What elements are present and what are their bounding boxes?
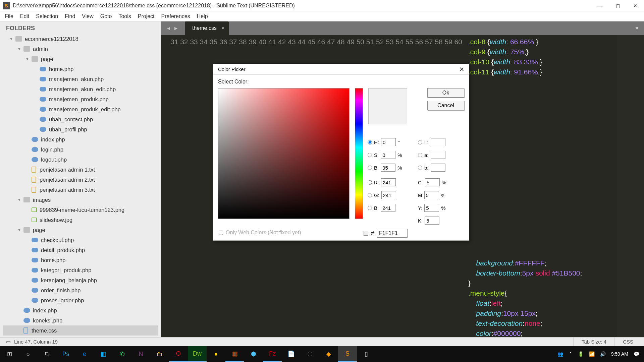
folder-page[interactable]: ▼page [3, 54, 158, 64]
minimap[interactable] [617, 35, 644, 337]
input-k[interactable] [425, 217, 439, 225]
file-999839-meme-lucu-tuman123-png[interactable]: 999839-meme-lucu-tuman123.png [3, 205, 158, 215]
file-home-php[interactable]: home.php [3, 255, 158, 265]
taskbar-edge[interactable]: e [75, 346, 94, 362]
radio-l[interactable] [418, 140, 422, 144]
input-s[interactable] [381, 151, 395, 159]
taskbar-app7[interactable]: ▯ [357, 346, 376, 362]
taskbar-whatsapp[interactable]: ✆ [113, 346, 131, 362]
file-manajemen-produk-php[interactable]: manajemen_produk.php [3, 94, 158, 104]
file-manajemen-produk-edit-php[interactable]: manajemen_produk_edit.php [3, 104, 158, 114]
taskbar-dreamweaver[interactable]: Dw [188, 346, 207, 362]
file-kategori-produk-php[interactable]: kategori_produk.php [3, 265, 158, 275]
input-b[interactable] [381, 204, 395, 212]
file-manajemen-akun-php[interactable]: manajemen_akun.php [3, 74, 158, 84]
radio-a[interactable] [418, 153, 422, 157]
menu-edit[interactable]: Edit [17, 12, 33, 21]
taskbar-app6[interactable]: ◆ [319, 346, 338, 362]
taskbar-sublime[interactable]: S [338, 346, 357, 362]
taskview-icon[interactable]: ⧉ [38, 346, 56, 362]
radio-lab-b[interactable] [418, 166, 422, 170]
input-r[interactable] [381, 178, 396, 186]
taskbar-photoshop[interactable]: Ps [56, 346, 75, 362]
menu-tools[interactable]: Tools [115, 12, 134, 21]
input-bv[interactable] [381, 164, 395, 172]
menu-view[interactable]: View [78, 12, 97, 21]
tab-dropdown-icon[interactable]: ▼ [630, 25, 644, 31]
tab-close-icon[interactable]: × [221, 25, 225, 32]
radio-bv[interactable] [368, 166, 372, 170]
tray-battery-icon[interactable]: 🔋 [575, 351, 586, 357]
taskbar-opera[interactable]: O [169, 346, 188, 362]
close-button[interactable]: ✕ [627, 0, 644, 11]
input-hex[interactable] [377, 229, 408, 238]
taskbar-onenote[interactable]: N [131, 346, 150, 362]
console-icon[interactable]: ▭ [3, 339, 14, 345]
status-position[interactable]: Line 47, Column 19 [14, 339, 58, 345]
folder-images[interactable]: ▼images [3, 195, 158, 205]
menu-find[interactable]: Find [61, 12, 78, 21]
menu-help[interactable]: Help [194, 12, 211, 21]
tray-notifications-icon[interactable]: 💬 [631, 351, 642, 357]
menu-project[interactable]: Project [135, 12, 158, 21]
menu-file[interactable]: File [1, 12, 17, 21]
input-h[interactable] [381, 138, 396, 146]
tab-theme-css[interactable]: theme.css × [185, 21, 229, 35]
menu-goto[interactable]: Goto [97, 12, 115, 21]
folder-ecommerce12122018[interactable]: ▼ecommerce12122018 [3, 34, 158, 44]
file-proses-order-php[interactable]: proses_order.php [3, 295, 158, 305]
input-a[interactable] [431, 151, 445, 159]
file-keranjang-belanja-php[interactable]: keranjang_belanja.php [3, 275, 158, 285]
file-index-php[interactable]: index.php [3, 305, 158, 315]
folder-page[interactable]: ▼page [3, 225, 158, 235]
status-language[interactable]: CSS [614, 338, 641, 346]
file-theme-css[interactable]: theme.css [3, 325, 158, 336]
radio-b[interactable] [368, 206, 372, 210]
taskbar-app3[interactable]: ⬢ [244, 346, 263, 362]
tray-wifi-icon[interactable]: 📶 [586, 351, 597, 357]
file-koneksi-php[interactable]: koneksi.php [3, 315, 158, 325]
taskbar-xampp[interactable]: ▥ [225, 346, 244, 362]
cortana-icon[interactable]: ○ [19, 346, 38, 362]
file-penjelasan-admin-3-txt[interactable]: penjelasan admin 3.txt [3, 185, 158, 195]
menu-selection[interactable]: Selection [33, 12, 61, 21]
taskbar-app1[interactable]: ◧ [94, 346, 113, 362]
taskbar-app2[interactable]: ● [207, 346, 225, 362]
minimize-button[interactable]: ― [592, 0, 609, 11]
tray-volume-icon[interactable]: 🔊 [597, 351, 608, 357]
file-checkout-php[interactable]: checkout.php [3, 235, 158, 245]
hue-slider[interactable] [355, 88, 363, 219]
dialog-titlebar[interactable]: Color Picker ✕ [213, 64, 469, 75]
input-c[interactable] [425, 178, 440, 186]
file-order-finish-php[interactable]: order_finish.php [3, 285, 158, 295]
file-penjelasan-admin-1-txt[interactable]: penjelasan admin 1.txt [3, 165, 158, 175]
menu-preferences[interactable]: Preferences [158, 12, 194, 21]
maximize-button[interactable]: ▢ [609, 0, 627, 11]
tray-people-icon[interactable]: 👥 [555, 351, 566, 357]
web-colors-checkbox[interactable] [219, 231, 223, 235]
file-login-php[interactable]: login.php [3, 144, 158, 155]
file-ubah-profil-php[interactable]: ubah_profil.php [3, 124, 158, 134]
file-detail-produk-php[interactable]: detail_produk.php [3, 245, 158, 255]
file-manajemen-akun-edit-php[interactable]: manajemen_akun_edit.php [3, 84, 158, 94]
file-home-php[interactable]: home.php [3, 64, 158, 74]
start-button[interactable]: ⊞ [0, 346, 19, 362]
radio-h[interactable] [368, 140, 372, 144]
hue-knob-icon[interactable] [364, 231, 368, 236]
input-y[interactable] [424, 204, 439, 212]
code-content[interactable]: .col-8 {width: 66.66%;} .col-9 {width: 7… [468, 35, 617, 337]
status-tabsize[interactable]: Tab Size: 4 [573, 338, 614, 346]
file-logout-php[interactable]: logout.php [3, 155, 158, 165]
taskbar-filezilla[interactable]: Fz [263, 346, 282, 362]
taskbar-explorer[interactable]: 🗀 [150, 346, 169, 362]
radio-s[interactable] [368, 153, 372, 157]
input-m[interactable] [424, 191, 439, 199]
file-index-php[interactable]: index.php [3, 134, 158, 144]
file-ubah-contact-php[interactable]: ubah_contact.php [3, 114, 158, 124]
input-l[interactable] [431, 138, 445, 146]
radio-g[interactable] [368, 193, 372, 197]
taskbar-app4[interactable]: 📄 [282, 346, 301, 362]
tab-nav-arrows[interactable]: ◂ ▸ [164, 24, 182, 32]
input-lab-b[interactable] [431, 164, 445, 172]
file-penjelasan-admin-2-txt[interactable]: penjelasan admin 2.txt [3, 175, 158, 185]
